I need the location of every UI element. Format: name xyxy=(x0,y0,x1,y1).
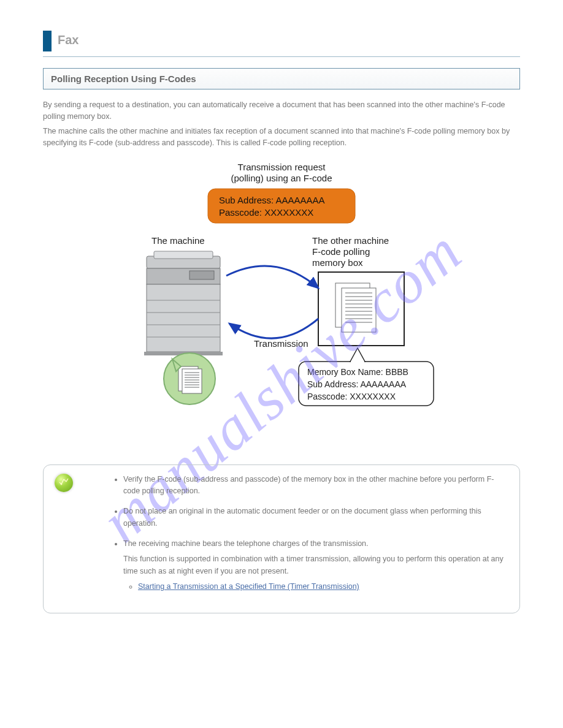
svg-text:Sub Address: AAAAAAAA: Sub Address: AAAAAAAA xyxy=(219,195,325,205)
svg-rect-13 xyxy=(147,284,220,352)
svg-text:Transmission request: Transmission request xyxy=(238,162,326,172)
svg-text:F-code polling: F-code polling xyxy=(312,246,370,257)
svg-point-47 xyxy=(61,483,63,485)
note-item-3-lead: This function is supported in combinatio… xyxy=(123,555,504,575)
svg-text:The other machine: The other machine xyxy=(312,235,389,246)
intro-text: By sending a request to a destination, y… xyxy=(43,99,520,150)
note-item-1: Verify the F-code (sub-address and passc… xyxy=(123,474,507,498)
note-item-3: The receiving machine bears the telephon… xyxy=(123,538,507,593)
svg-rect-12 xyxy=(190,271,214,279)
section-heading: Polling Reception Using F-Codes xyxy=(43,68,520,89)
intro-paragraph-2: The machine calls the other machine and … xyxy=(43,126,520,150)
svg-text:(polling) using an F-code: (polling) using an F-code xyxy=(231,173,332,183)
tip-icon xyxy=(55,474,73,492)
note-box: Verify the F-code (sub-address and passc… xyxy=(43,464,520,613)
svg-text:Passcode: XXXXXXXX: Passcode: XXXXXXXX xyxy=(307,392,396,401)
timer-transmission-link[interactable]: Starting a Transmission at a Specified T… xyxy=(138,582,359,591)
svg-text:Passcode: XXXXXXXX: Passcode: XXXXXXXX xyxy=(219,207,313,218)
page-title: Fax xyxy=(58,31,79,47)
note-item-2: Do not place an original in the automati… xyxy=(123,506,507,529)
svg-text:Sub Address: AAAAAAAA: Sub Address: AAAAAAAA xyxy=(307,379,407,389)
svg-text:Memory Box Name: BBBB: Memory Box Name: BBBB xyxy=(307,367,408,377)
intro-paragraph-1: By sending a request to a destination, y… xyxy=(43,99,520,123)
svg-text:The machine: The machine xyxy=(151,235,205,246)
header-underline xyxy=(43,56,520,57)
note-sublist-item: Starting a Transmission at a Specified T… xyxy=(138,581,507,593)
note-sublist: Starting a Transmission at a Specified T… xyxy=(123,581,507,593)
note-list: Verify the F-code (sub-address and passc… xyxy=(56,474,507,593)
svg-text:memory box: memory box xyxy=(312,257,363,268)
header-accent-bar xyxy=(43,31,52,51)
svg-rect-31 xyxy=(342,288,376,332)
svg-rect-10 xyxy=(154,251,213,259)
svg-rect-2 xyxy=(208,189,355,223)
svg-text:Transmission: Transmission xyxy=(254,338,308,349)
note-item-3-text: The receiving machine bears the telephon… xyxy=(123,539,369,548)
page-header: Fax xyxy=(43,31,520,51)
page-root: manualshive.com Fax Polling Reception Us… xyxy=(0,0,563,728)
fcode-polling-diagram: Transmission request (polling) using an … xyxy=(122,159,441,447)
svg-rect-43 xyxy=(351,361,364,362)
